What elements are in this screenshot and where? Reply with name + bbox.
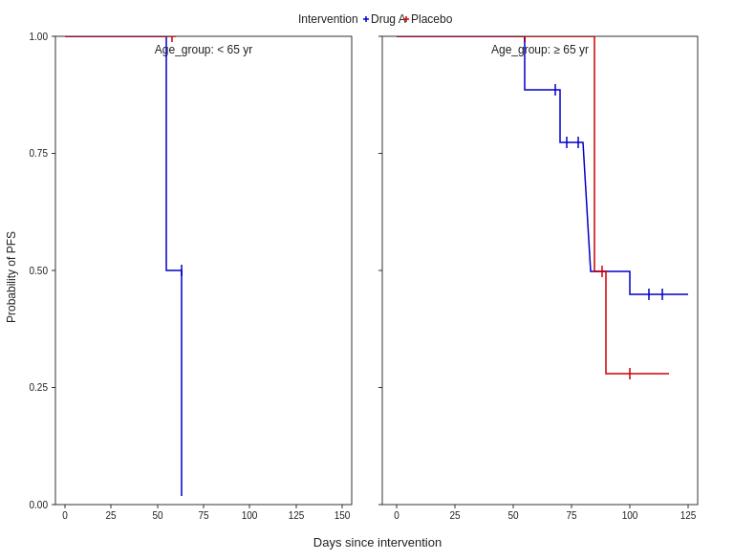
svg-text:100: 100 bbox=[622, 510, 638, 521]
svg-rect-5 bbox=[55, 36, 352, 505]
svg-text:50: 50 bbox=[152, 510, 163, 521]
chart-container: Intervention Drug A Placebo Age_group: <… bbox=[0, 0, 734, 560]
svg-text:125: 125 bbox=[289, 510, 305, 521]
svg-text:0.50: 0.50 bbox=[30, 266, 49, 276]
svg-text:100: 100 bbox=[242, 510, 258, 521]
svg-text:25: 25 bbox=[449, 510, 461, 521]
x-axis-label: Days since intervention bbox=[313, 535, 442, 549]
panel1-title: Age_group: < 65 yr bbox=[155, 43, 252, 56]
svg-text:0: 0 bbox=[62, 510, 68, 521]
svg-text:25: 25 bbox=[105, 510, 117, 521]
legend-title: Intervention bbox=[298, 12, 358, 26]
y-axis-label: Probability of PFS bbox=[5, 231, 18, 323]
panel2-title: Age_group: ≥ 65 yr bbox=[491, 43, 589, 56]
svg-text:0.00: 0.00 bbox=[30, 500, 49, 510]
svg-rect-31 bbox=[382, 36, 698, 505]
svg-text:50: 50 bbox=[507, 510, 519, 521]
legend-drug-a: Drug A bbox=[371, 12, 406, 26]
svg-text:0.75: 0.75 bbox=[30, 148, 49, 159]
svg-text:150: 150 bbox=[335, 510, 351, 521]
svg-text:125: 125 bbox=[680, 510, 697, 521]
svg-text:0: 0 bbox=[394, 510, 399, 521]
svg-text:75: 75 bbox=[566, 510, 577, 521]
legend-placebo: Placebo bbox=[411, 12, 453, 26]
svg-text:75: 75 bbox=[198, 510, 209, 521]
svg-text:1.00: 1.00 bbox=[30, 32, 49, 42]
svg-text:0.25: 0.25 bbox=[30, 382, 49, 393]
